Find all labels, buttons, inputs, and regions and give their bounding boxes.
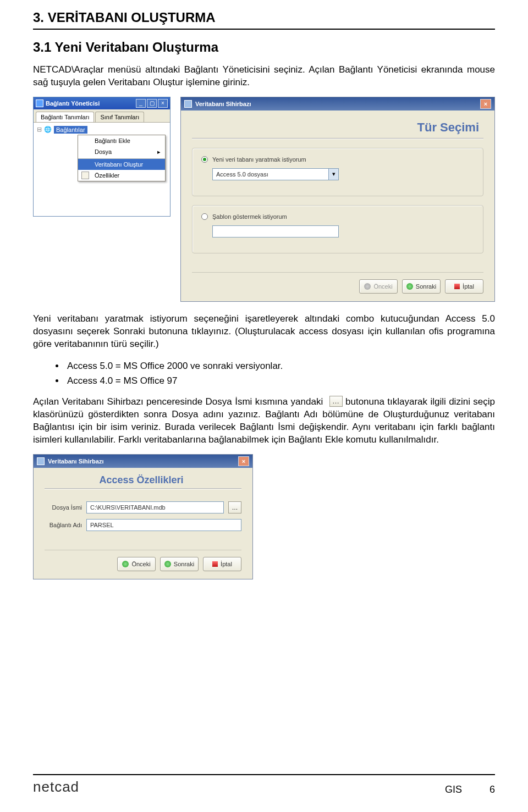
radio-new-db-label: Yeni veri tabanı yaratmak istiyorum: [212, 156, 306, 163]
tree-root-label[interactable]: Bağlantılar: [54, 126, 87, 134]
titlebar: Bağlantı Yöneticisi _ ▢ ×: [34, 97, 170, 109]
radio-template-label: Şablon göstermek istiyorum: [212, 213, 287, 220]
figure-row-1: Bağlantı Yöneticisi _ ▢ × Bağlantı Tanım…: [33, 97, 495, 302]
cancel-button[interactable]: İptal: [445, 279, 483, 294]
cancel-button[interactable]: İptal: [203, 557, 241, 571]
context-menu: Bağlantı Ekle Dosya▸ Veritabanı Oluştur …: [78, 135, 166, 181]
next-button[interactable]: Sonraki: [160, 557, 199, 571]
menu-item-create-database[interactable]: Veritabanı Oluştur: [78, 158, 165, 170]
titlebar: Veritabanı Sihirbazı ×: [34, 455, 252, 468]
input-connection-name[interactable]: PARSEL: [86, 519, 241, 531]
back-icon: [122, 561, 129, 567]
browse-button[interactable]: …: [228, 501, 241, 513]
ellipsis-button-inline[interactable]: …: [329, 396, 343, 407]
list-item: Access 4.0 = MS Office 97: [65, 373, 495, 388]
app-icon: [37, 457, 45, 465]
next-button[interactable]: Sonraki: [402, 279, 441, 294]
tree-panel: ⊟ 🌐 Bağlantılar Bağlantı Ekle Dosya▸ Ver…: [34, 123, 170, 216]
tree-node-icon: 🌐: [44, 126, 52, 133]
back-button[interactable]: Önceki: [359, 279, 398, 294]
chevron-right-icon: ▸: [157, 148, 161, 156]
minimize-button[interactable]: _: [136, 99, 146, 108]
next-icon: [406, 283, 413, 290]
label-connection-name: Bağlantı Adı: [45, 522, 82, 528]
input-file-name[interactable]: C:\KURS\VERITABANI.mdb: [86, 501, 224, 513]
paragraph-intro: NETCAD\Araçlar menüsü altındaki Bağlantı…: [33, 64, 495, 89]
heading-1: 3. VERİTABANI OLUŞTURMA: [33, 10, 495, 30]
pane-title: Tür Seçimi: [192, 111, 483, 139]
button-bar: Önceki Sonraki İptal: [192, 272, 483, 294]
menu-item-file[interactable]: Dosya▸: [78, 146, 165, 157]
window-title: Veritabanı Sihirbazı: [48, 458, 238, 465]
window-title: Veritabanı Sihirbazı: [195, 101, 480, 107]
cancel-icon: [212, 561, 218, 567]
combo-db-type-value: Access 5.0 dosyası: [213, 171, 328, 178]
bullet-list: Access 5.0 = MS Office 2000 ve sonraki v…: [65, 358, 495, 388]
window-title: Bağlantı Yöneticisi: [46, 100, 135, 107]
footer-page-number: 6: [490, 784, 495, 796]
combo-db-type[interactable]: Access 5.0 dosyası ▾: [212, 168, 339, 180]
tabs: Bağlantı Tanımları Sınıf Tanımları: [34, 109, 170, 123]
heading-2: 3.1 Yeni Veritabanı Oluşturma: [33, 40, 495, 55]
properties-icon: [81, 172, 89, 179]
footer-brand: netcad: [33, 778, 79, 796]
label-file-name: Dosya İsmi: [45, 504, 82, 511]
cancel-icon: [454, 284, 460, 289]
tab-class-defs[interactable]: Sınıf Tanımları: [95, 112, 144, 122]
paragraph-wizard-file-a: Açılan Veritabanı Sihirbazı penceresinde…: [33, 396, 323, 407]
titlebar: Veritabanı Sihirbazı ×: [181, 97, 494, 111]
close-button[interactable]: ×: [238, 456, 249, 466]
close-button[interactable]: ×: [158, 99, 168, 108]
next-icon: [164, 561, 171, 567]
wizard-type-selection: Veritabanı Sihirbazı × Tür Seçimi Yeni v…: [180, 97, 495, 302]
footer-doc-label: GIS: [445, 784, 462, 796]
tab-connection-defs[interactable]: Bağlantı Tanımları: [36, 112, 94, 122]
app-icon: [36, 100, 43, 107]
option-group-new-db: Yeni veri tabanı yaratmak istiyorum Acce…: [192, 148, 483, 196]
template-input[interactable]: [212, 225, 339, 237]
tree-expander-icon[interactable]: ⊟: [37, 126, 42, 133]
maximize-button[interactable]: ▢: [147, 99, 157, 108]
menu-item-add-connection[interactable]: Bağlantı Ekle: [78, 135, 165, 146]
back-button[interactable]: Önceki: [117, 557, 156, 571]
radio-new-db[interactable]: [201, 156, 208, 163]
option-group-template: Şablon göstermek istiyorum: [192, 205, 483, 253]
app-icon: [184, 100, 192, 108]
paragraph-wizard-file: Açılan Veritabanı Sihirbazı penceresinde…: [33, 396, 495, 446]
close-button[interactable]: ×: [480, 99, 491, 109]
radio-template[interactable]: [201, 213, 208, 220]
page-footer: netcad GIS 6: [33, 774, 495, 796]
window-connection-manager: Bağlantı Yöneticisi _ ▢ × Bağlantı Tanım…: [33, 97, 170, 217]
list-item: Access 5.0 = MS Office 2000 ve sonraki v…: [65, 358, 495, 373]
paragraph-steps: Yeni veritabanı yaratmak istiyorum seçen…: [33, 313, 495, 351]
button-bar: Önceki Sonraki İptal: [45, 550, 241, 571]
menu-item-properties[interactable]: Özellikler: [78, 170, 165, 181]
pane-title: Access Özellikleri: [45, 468, 241, 489]
back-icon: [364, 283, 371, 290]
chevron-down-icon[interactable]: ▾: [328, 169, 338, 180]
wizard-access-properties: Veritabanı Sihirbazı × Access Özellikler…: [33, 454, 253, 579]
